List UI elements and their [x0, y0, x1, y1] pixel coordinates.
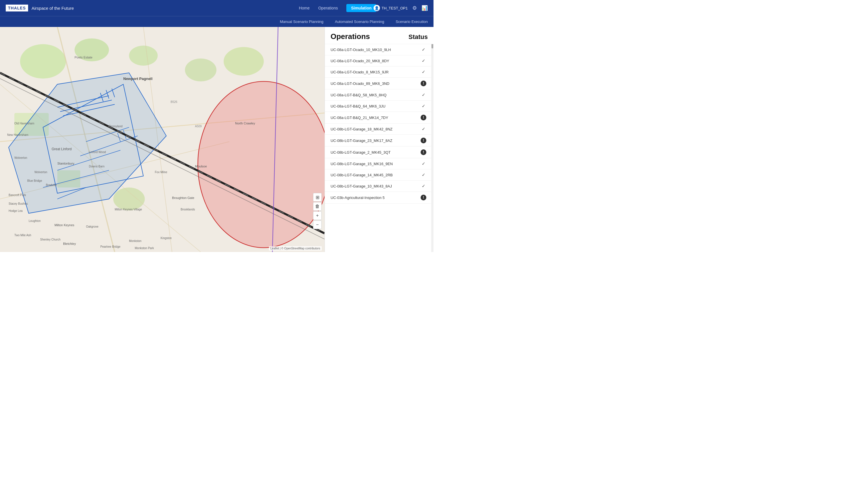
svg-text:Newport Pagnell: Newport Pagnell: [123, 76, 152, 81]
svg-text:Moulsoe: Moulsoe: [195, 164, 207, 168]
table-row[interactable]: UC-08b-LGT-Garage_15_MK16_9EN✓: [325, 158, 434, 169]
layers-icon: ⊞: [316, 195, 319, 200]
chart-icon[interactable]: 📊: [421, 5, 428, 11]
layers-button[interactable]: ⊞: [313, 193, 322, 202]
svg-text:Brooklands: Brooklands: [181, 208, 195, 211]
checkmark-icon: ✓: [422, 104, 426, 108]
op-status-indicator: ✓: [419, 172, 428, 178]
op-name-label: UC-08a-LGT-Ocado_10_MK10_9LH: [331, 47, 419, 52]
checkmark-icon: ✓: [422, 47, 426, 52]
svg-text:North Crawley: North Crawley: [235, 121, 255, 125]
nav-home[interactable]: Home: [299, 6, 310, 10]
svg-text:Milton Keynes: Milton Keynes: [54, 223, 75, 227]
op-name-label: UC-08a-LGT-Ocado_8_MK15_9JR: [331, 70, 419, 74]
svg-point-1: [20, 44, 66, 78]
table-row[interactable]: UC-08a-LGT-Ocado_8_MK15_9JR✓: [325, 66, 434, 78]
svg-text:Peartree Bridge: Peartree Bridge: [100, 245, 120, 248]
op-status-indicator: ✓: [419, 69, 428, 75]
checkmark-icon: ✓: [422, 161, 426, 166]
svg-text:Milton Keynes Village: Milton Keynes Village: [115, 208, 142, 211]
op-name-label: UC-08b-LGT-Garage_15_MK16_9EN: [331, 162, 419, 166]
zoom-in-icon: +: [316, 213, 319, 218]
svg-text:Wolverton: Wolverton: [34, 171, 47, 174]
op-status-indicator: !: [419, 195, 428, 200]
subnav-manual[interactable]: Manual Scenario Planning: [280, 20, 323, 24]
map-attribution: Leaflet | © OpenStreetMap contributors: [269, 246, 322, 250]
svg-text:Stacey Bushes: Stacey Bushes: [9, 202, 28, 205]
checkmark-icon: ✓: [422, 58, 426, 63]
table-row[interactable]: UC-08b-LGT-Garage_14_MK45_2RB✓: [325, 169, 434, 181]
op-status-indicator: ✓: [419, 58, 428, 63]
table-row[interactable]: UC-08a-LGT-Ocado_20_MK8_8DY✓: [325, 55, 434, 66]
user-icon: 👤: [374, 5, 380, 11]
trash-icon: 🗑: [315, 204, 320, 209]
app-title: Airspace of the Future: [32, 6, 74, 11]
checkmark-icon: ✓: [422, 69, 426, 74]
table-row[interactable]: UC-03b-Agricultural-Inspection 5!: [325, 192, 434, 204]
svg-text:Fox Milne: Fox Milne: [155, 171, 168, 174]
op-status-indicator: ✓: [419, 127, 428, 131]
top-navbar: THALES Airspace of the Future Home Opera…: [0, 0, 434, 16]
table-row[interactable]: UC-08a-LGT-Ocado_10_MK10_9LH✓: [325, 44, 434, 55]
table-row[interactable]: UC-08b-LGT-Garage_18_MK42_8NZ✓: [325, 124, 434, 135]
op-status-indicator: ✓: [419, 104, 428, 109]
op-name-label: UC-08b-LGT-Garage_23_MK17_8AZ: [331, 138, 419, 143]
svg-text:Downs Barn: Downs Barn: [89, 165, 104, 168]
svg-text:Pennyland: Pennyland: [109, 125, 122, 128]
table-row[interactable]: UC-08a-LGT-B&Q_64_MK6_3JU✓: [325, 100, 434, 112]
user-area: 👤 TH_TEST_OP1: [374, 5, 408, 11]
table-row[interactable]: UC-08b-LGT-Garage_2_MK45_3QT!: [325, 147, 434, 158]
svg-text:B526: B526: [171, 100, 178, 104]
settings-icon[interactable]: ⚙: [412, 5, 417, 11]
table-row[interactable]: UC-08a-LGT-B&Q_21_MK14_7DY!: [325, 112, 434, 124]
svg-text:Great Linford: Great Linford: [52, 147, 72, 151]
operations-list: UC-08a-LGT-Ocado_10_MK10_9LH✓UC-08a-LGT-…: [325, 44, 434, 204]
svg-text:Kingston: Kingston: [161, 237, 172, 240]
op-name-label: UC-08a-LGT-Ocado_89_MK6_3ND: [331, 82, 419, 86]
subnav-execution[interactable]: Scenario Execution: [396, 20, 428, 24]
svg-text:Blue Bridge: Blue Bridge: [27, 179, 42, 182]
op-status-indicator: ✓: [419, 183, 428, 189]
svg-text:Bancroft Park: Bancroft Park: [9, 193, 26, 197]
sub-navbar: Manual Scenario Planning Automated Scena…: [0, 16, 434, 27]
svg-text:A509: A509: [195, 125, 202, 128]
zoom-in-button[interactable]: +: [313, 211, 322, 220]
table-row[interactable]: UC-08a-LGT-Ocado_89_MK6_3ND!: [325, 78, 434, 89]
nav-simulation[interactable]: Simulation: [346, 4, 376, 12]
warning-icon: !: [420, 115, 426, 120]
svg-text:Bradville: Bradville: [46, 183, 57, 186]
subnav-automated[interactable]: Automated Scenario Planning: [335, 20, 384, 24]
zoom-out-icon: −: [316, 222, 319, 227]
checkmark-icon: ✓: [422, 183, 426, 189]
svg-text:Linford Wood: Linford Wood: [89, 151, 106, 154]
op-status-indicator: !: [419, 138, 428, 143]
nav-operations[interactable]: Operations: [318, 6, 338, 10]
op-name-label: UC-08b-LGT-Garage_18_MK42_8NZ: [331, 127, 419, 131]
table-row[interactable]: UC-08b-LGT-Garage_23_MK17_8AZ!: [325, 135, 434, 147]
svg-point-6: [224, 47, 264, 76]
svg-text:Shenley Church: Shenley Church: [40, 238, 61, 241]
svg-text:Two Mile Ash: Two Mile Ash: [14, 234, 31, 237]
main-nav-links: Home Operations Simulation: [299, 4, 376, 12]
svg-text:New Haversham: New Haversham: [7, 133, 28, 137]
op-status-indicator: ✓: [419, 161, 428, 166]
map-svg: Poets Estate Newport Pagnell Old Haversh…: [0, 27, 324, 252]
op-name-label: UC-08a-LGT-B&Q_58_MK5_8HQ: [331, 93, 419, 97]
svg-text:Monkston Park: Monkston Park: [135, 247, 154, 250]
zoom-out-button[interactable]: −: [313, 221, 322, 229]
table-row[interactable]: UC-08b-LGT-Garage_10_MK43_8AJ✓: [325, 181, 434, 192]
op-name-label: UC-08a-LGT-B&Q_64_MK6_3JU: [331, 104, 419, 108]
svg-point-3: [129, 45, 158, 66]
warning-icon: !: [420, 138, 426, 143]
panel-title: Operations: [331, 32, 370, 41]
op-status-indicator: !: [419, 115, 428, 120]
table-row[interactable]: UC-08a-LGT-B&Q_58_MK5_8HQ✓: [325, 89, 434, 100]
op-status-indicator: !: [419, 149, 428, 155]
map-area[interactable]: Poets Estate Newport Pagnell Old Haversh…: [0, 27, 324, 252]
main-content: Poets Estate Newport Pagnell Old Haversh…: [0, 27, 434, 252]
checkmark-icon: ✓: [422, 127, 426, 131]
op-name-label: UC-08b-LGT-Garage_10_MK43_8AJ: [331, 184, 419, 189]
logo-area: THALES Airspace of the Future: [6, 4, 74, 11]
svg-text:Oakgrove: Oakgrove: [86, 225, 99, 228]
trash-button[interactable]: 🗑: [313, 202, 322, 211]
